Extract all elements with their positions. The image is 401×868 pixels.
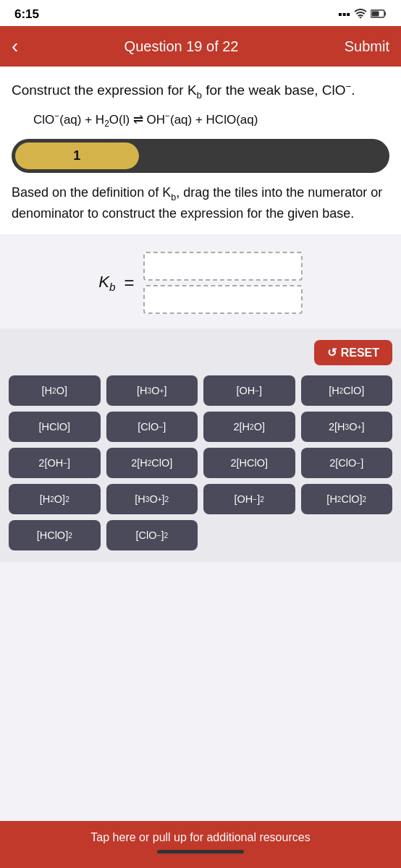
status-bar: 6:15 ▪▪▪	[0, 0, 401, 26]
tile-h2clo_sq[interactable]: [H2ClO]2	[301, 484, 393, 514]
main-content: Construct the expression for Kb for the …	[0, 67, 401, 234]
reset-label: RESET	[341, 346, 379, 359]
tiles-grid: [H2O][H3O+][OH−][H2ClO][HClO][ClO−]2[H2O…	[9, 375, 392, 550]
reset-icon: ↺	[327, 346, 337, 359]
signal-icon: ▪▪▪	[338, 8, 350, 21]
pill-tab-3[interactable]	[262, 142, 386, 169]
tile-clo_minus_sq[interactable]: [ClO−]2	[106, 520, 198, 550]
kb-equals: =	[124, 273, 135, 293]
header: ‹ Question 19 of 22 Submit	[0, 26, 401, 67]
pill-tab-1[interactable]: 1	[15, 142, 139, 169]
kb-container: Kb =	[12, 252, 389, 314]
tile-clo_minus[interactable]: [ClO−]	[106, 412, 198, 442]
submit-button[interactable]: Submit	[345, 38, 389, 55]
tile-2oh_minus[interactable]: 2[OH−]	[9, 448, 101, 478]
bottom-bar-label: Tap here or pull up for additional resou…	[90, 831, 310, 843]
tile-2h3o_plus[interactable]: 2[H3O+]	[301, 412, 393, 442]
pill-tab-2[interactable]	[139, 142, 263, 169]
bottom-indicator	[157, 850, 244, 854]
bottom-bar[interactable]: Tap here or pull up for additional resou…	[0, 821, 401, 868]
reset-btn-row: ↺ RESET	[9, 340, 392, 365]
tile-h2o_sq[interactable]: [H2O]2	[9, 484, 101, 514]
tile-oh_minus[interactable]: [OH−]	[203, 375, 295, 406]
tile-oh_minus_sq[interactable]: [OH−]2	[203, 484, 295, 514]
battery-icon	[371, 8, 387, 21]
instruction-text: Based on the definition of Kb, drag the …	[12, 183, 389, 223]
question-text: Construct the expression for Kb for the …	[12, 80, 389, 102]
tile-hclo[interactable]: [HClO]	[9, 412, 101, 442]
tile-2hclo[interactable]: 2[HClO]	[203, 448, 295, 478]
tile-2h2clo[interactable]: 2[H2ClO]	[106, 448, 198, 478]
back-button[interactable]: ‹	[12, 36, 18, 56]
tile-2h2o[interactable]: 2[H2O]	[203, 412, 295, 442]
tile-h2o[interactable]: [H2O]	[9, 375, 101, 406]
kb-section: Kb =	[0, 234, 401, 328]
tiles-section: ↺ RESET [H2O][H3O+][OH−][H2ClO][HClO][Cl…	[0, 328, 401, 562]
svg-rect-2	[372, 12, 379, 17]
svg-point-0	[360, 17, 362, 18]
question-counter: Question 19 of 22	[124, 38, 239, 55]
tile-h2clo[interactable]: [H2ClO]	[301, 375, 393, 406]
kb-fraction	[143, 252, 303, 314]
tile-h3o_plus_sq[interactable]: [H3O+]2	[106, 484, 198, 514]
status-icons: ▪▪▪	[338, 8, 387, 21]
wifi-icon	[354, 8, 367, 21]
tile-2clo_minus[interactable]: 2[ClO−]	[301, 448, 393, 478]
kb-label: Kb	[98, 273, 115, 294]
reset-button[interactable]: ↺ RESET	[314, 340, 392, 365]
status-time: 6:15	[14, 7, 39, 22]
pill-container: 1	[12, 139, 389, 173]
numerator-box[interactable]	[143, 252, 303, 281]
tile-h3o_plus[interactable]: [H3O+]	[106, 375, 198, 406]
denominator-box[interactable]	[143, 285, 303, 314]
chemical-equation: ClO−(aq) + H2O(l) ⇌ OH−(aq) + HClO(aq)	[33, 111, 389, 129]
tile-hclo_sq[interactable]: [HClO]2	[9, 520, 101, 550]
